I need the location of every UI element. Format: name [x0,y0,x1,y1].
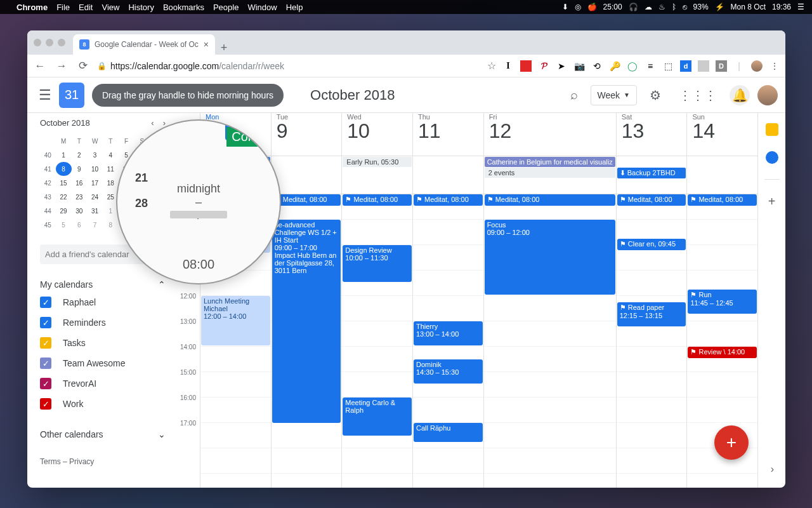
day-header[interactable]: Tue9 [272,113,342,156]
main-menu-icon[interactable]: ☰ [39,87,51,104]
ext-cursor[interactable]: ➤ [556,60,567,72]
user-avatar[interactable] [757,85,778,105]
mini-cal-day[interactable]: 18 [103,176,119,190]
mini-cal-day[interactable]: 3 [87,148,103,162]
ext-pinterest[interactable]: 𝓟 [538,60,549,72]
mini-cal-day[interactable]: 1 [56,148,72,162]
mini-cal-day[interactable]: 2 [72,148,88,162]
tab-close-icon[interactable]: × [204,39,209,50]
hours-area[interactable]: Meditat, 08:00Design Review10:00 – 11:30… [342,194,412,488]
ext-buffer[interactable]: ≡ [645,60,656,72]
menu-people[interactable]: People [213,3,239,12]
calendar-event[interactable]: Meditat, 08:00 [414,194,483,206]
calendar-checkbox[interactable]: ✓ [40,337,51,349]
calendar-item[interactable]: ✓Raphael [40,292,166,312]
calendar-event[interactable]: Run11:45 – 12:45 [688,290,757,314]
calendar-event[interactable]: Read paper12:15 – 13:15 [617,302,686,326]
cloud-icon[interactable]: ☁ [645,3,652,11]
chrome-menu-icon[interactable]: ⋮ [769,60,780,72]
calendar-event[interactable]: Review \ 14:00 [688,347,757,358]
flame-icon[interactable]: ♨ [658,3,665,11]
ext-instapaper[interactable]: I [502,60,514,72]
ext-camera[interactable]: 📷 [573,60,585,72]
calendar-event[interactable]: Lunch Meeting Michael12:00 – 14:00 [201,296,270,345]
drag-handle[interactable] [170,211,227,218]
calendar-item[interactable]: ✓TrevorAI [40,373,166,394]
expand-rail-icon[interactable]: › [771,464,774,475]
battery[interactable]: 93% [693,3,709,11]
close-window-button[interactable] [34,39,41,46]
ext-box[interactable]: ⬚ [662,60,674,72]
allday-row[interactable]: Catherine in Belgium for medical visuali… [484,156,616,194]
menu-help[interactable]: Help [286,3,303,12]
forward-button[interactable]: → [54,60,69,72]
menu-view[interactable]: View [102,3,119,12]
mini-cal-day[interactable]: 30 [72,204,88,218]
hours-area[interactable]: Meditat, 08:00Thierry13:00 – 14:00Domini… [413,194,483,488]
mini-cal-day[interactable]: 24 [87,190,103,204]
mini-cal-day[interactable]: 22 [56,190,72,204]
browser-tab[interactable]: 8 Google Calendar - Week of Oc × [73,34,215,55]
allday-row[interactable]: Early Run, 05:30 [342,156,412,194]
mini-cal-day[interactable]: 4 [103,148,119,162]
menu-bookmarks[interactable]: Bookmarks [163,3,204,12]
menu-history[interactable]: History [128,3,154,12]
mini-cal-day[interactable]: 23 [72,190,88,204]
headphones-icon[interactable]: 🎧 [629,3,638,11]
bell-icon[interactable]: 🔔 [730,85,750,105]
back-button[interactable]: ← [32,60,48,72]
ext-circle[interactable]: ◯ [627,60,638,72]
calendar-event[interactable]: Clear en, 09:45 [617,239,686,250]
mini-cal-day[interactable]: 11 [103,162,119,176]
hours-area[interactable]: Meditat, 08:00Focus09:00 – 12:00 [484,194,616,488]
url-field[interactable]: 🔒 https://calendar.google.com/calendar/r… [97,61,481,71]
calendar-checkbox[interactable]: ✓ [40,378,51,389]
calendar-event[interactable]: Meeting Carlo & Ralph [343,398,412,436]
date[interactable]: Mon 8 Oct [731,3,766,11]
allday-row[interactable]: x [687,156,757,194]
calendar-event[interactable]: Meditat, 08:00 [485,194,615,206]
battery-icon[interactable]: ⚡ [715,3,724,11]
mini-cal-day[interactable]: 16 [72,176,88,190]
calendar-event[interactable]: Meditat, 08:00 [688,194,757,206]
ext-d1[interactable]: d [680,60,691,72]
day-header[interactable]: Sat13 [617,113,687,156]
calendar-item[interactable]: ✓Work [40,394,166,414]
chevron-down-icon[interactable]: ⌄ [158,429,166,439]
dropbox-icon[interactable]: ⬇ [562,3,568,11]
mini-prev-icon[interactable]: ‹ [151,118,154,128]
calendar-event[interactable]: Focus09:00 – 12:00 [485,220,615,295]
day-header[interactable]: Sun14 [687,113,757,156]
ext-refresh[interactable]: ⟲ [591,60,603,72]
mini-cal-day[interactable]: 8 [56,162,72,176]
mini-cal-day[interactable]: 10 [87,162,103,176]
calendar-logo[interactable]: 31 [59,83,84,108]
chevron-up-icon[interactable]: ⌃ [158,279,166,290]
menu-edit[interactable]: Edit [79,3,93,12]
day-header[interactable]: Thu11 [413,113,483,156]
ext-gray1[interactable] [698,60,709,72]
calendar-event[interactable]: Meditat, 08:00 [617,194,686,206]
tasks-icon[interactable] [766,151,778,164]
calendar-item[interactable]: ✓Reminders [40,312,166,333]
calendar-item[interactable]: ✓Team Awesome [40,353,166,373]
allday-event[interactable]: Catherine in Belgium for medical visuali… [485,157,615,167]
view-selector[interactable]: Week▼ [591,85,637,105]
day-header[interactable]: Fri12 [484,113,616,156]
day-header[interactable]: Wed10 [342,113,412,156]
allday-event[interactable]: ⬇ Backup 2TBHD [617,168,686,178]
add-addon-icon[interactable]: + [766,195,778,208]
calendar-event[interactable]: Meditat, 08:00 [272,194,341,206]
allday-summary[interactable]: Early Run, 05:30 [343,157,412,167]
gear-icon[interactable]: ⚙ [645,83,666,108]
allday-row[interactable]: x⬇ Backup 2TBHD [617,156,687,194]
mini-cal-day[interactable]: 29 [56,204,72,218]
mini-cal-day[interactable]: 31 [87,204,103,218]
zoom-window-button[interactable] [58,39,65,46]
calendar-event[interactable]: Thierry13:00 – 14:00 [414,321,483,345]
calendar-event[interactable]: Dominik14:30 – 15:30 [414,359,483,384]
app-name[interactable]: Chrome [16,3,48,12]
hours-area[interactable]: Meditat, 08:00be-advanced Challenge WS 1… [272,194,342,488]
profile-avatar[interactable] [751,60,763,72]
clock[interactable]: 19:36 [772,3,791,11]
